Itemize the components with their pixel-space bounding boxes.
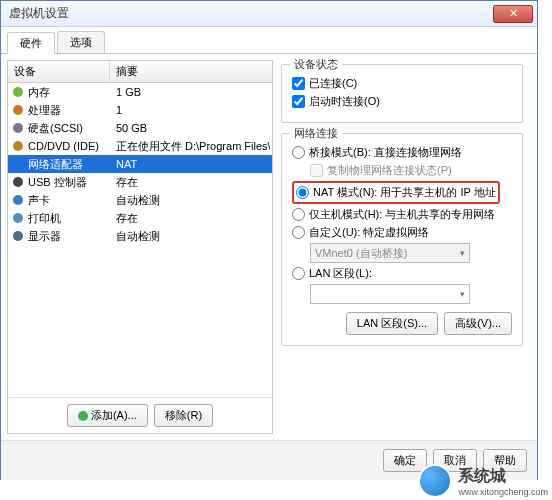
device-row[interactable]: USB 控制器存在 — [8, 173, 272, 191]
watermark-logo-icon — [418, 464, 452, 498]
connected-label: 已连接(C) — [309, 76, 357, 91]
window-title: 虚拟机设置 — [5, 5, 493, 22]
watermark: 系统城 www.xitongcheng.com — [418, 464, 548, 498]
device-row[interactable]: 打印机存在 — [8, 209, 272, 227]
prn-icon — [10, 210, 26, 226]
plus-icon — [78, 411, 88, 421]
tab-strip: 硬件 选项 — [1, 27, 537, 54]
device-row[interactable]: 网络适配器NAT — [8, 155, 272, 173]
remove-device-button[interactable]: 移除(R) — [154, 404, 213, 427]
connected-check[interactable]: 已连接(C) — [292, 76, 512, 91]
network-extra-buttons: LAN 区段(S)... 高级(V)... — [292, 312, 512, 335]
hostonly-radio-line[interactable]: 仅主机模式(H): 与主机共享的专用网络 — [292, 207, 512, 222]
device-status-group: 设备状态 已连接(C) 启动时连接(O) — [281, 64, 523, 123]
connected-checkbox[interactable] — [292, 77, 305, 90]
col-device[interactable]: 设备 — [8, 61, 110, 82]
network-connection-title: 网络连接 — [290, 126, 342, 141]
custom-network-combo: VMnet0 (自动桥接)▾ — [310, 243, 470, 263]
cpu-icon — [10, 102, 26, 118]
device-name: 处理器 — [28, 103, 112, 118]
mem-icon — [10, 84, 26, 100]
connect-on-power-check[interactable]: 启动时连接(O) — [292, 94, 512, 109]
lan-radio-line[interactable]: LAN 区段(L): — [292, 266, 512, 281]
device-summary: NAT — [112, 158, 270, 170]
device-row[interactable]: CD/DVD (IDE)正在使用文件 D:\Program Files\VM..… — [8, 137, 272, 155]
device-name: 显示器 — [28, 229, 112, 244]
device-summary: 正在使用文件 D:\Program Files\VM... — [112, 139, 270, 154]
device-row[interactable]: 声卡自动检测 — [8, 191, 272, 209]
nat-label: NAT 模式(N): 用于共享主机的 IP 地址 — [313, 185, 496, 200]
device-row[interactable]: 内存1 GB — [8, 83, 272, 101]
device-summary: 50 GB — [112, 122, 270, 134]
hostonly-label: 仅主机模式(H): 与主机共享的专用网络 — [309, 207, 495, 222]
bridged-radio-line[interactable]: 桥接模式(B): 直接连接物理网络 — [292, 145, 512, 160]
device-name: 打印机 — [28, 211, 112, 226]
device-name: USB 控制器 — [28, 175, 112, 190]
cd-icon — [10, 138, 26, 154]
device-name: 内存 — [28, 85, 112, 100]
mon-icon — [10, 228, 26, 244]
device-summary: 存在 — [112, 175, 270, 190]
device-summary: 1 GB — [112, 86, 270, 98]
device-row[interactable]: 硬盘(SCSI)50 GB — [8, 119, 272, 137]
usb-icon — [10, 174, 26, 190]
close-button[interactable]: ✕ — [493, 5, 533, 23]
watermark-url: www.xitongcheng.com — [458, 487, 548, 497]
nat-radio-line[interactable]: NAT 模式(N): 用于共享主机的 IP 地址 — [296, 185, 496, 200]
custom-radio[interactable] — [292, 226, 305, 239]
device-name: 网络适配器 — [28, 157, 112, 172]
device-buttons: 添加(A)... 移除(R) — [8, 397, 272, 433]
replicate-checkbox — [310, 164, 323, 177]
device-row[interactable]: 处理器1 — [8, 101, 272, 119]
device-row[interactable]: 显示器自动检测 — [8, 227, 272, 245]
advanced-button[interactable]: 高级(V)... — [444, 312, 512, 335]
titlebar: 虚拟机设置 ✕ — [1, 1, 537, 27]
chevron-down-icon: ▾ — [460, 289, 465, 299]
connect-on-power-label: 启动时连接(O) — [309, 94, 380, 109]
chevron-down-icon: ▾ — [460, 248, 465, 258]
snd-icon — [10, 192, 26, 208]
tab-options[interactable]: 选项 — [57, 31, 105, 53]
connect-on-power-checkbox[interactable] — [292, 95, 305, 108]
lan-label: LAN 区段(L): — [309, 266, 372, 281]
device-name: CD/DVD (IDE) — [28, 140, 112, 152]
nat-highlight: NAT 模式(N): 用于共享主机的 IP 地址 — [292, 181, 500, 204]
device-status-title: 设备状态 — [290, 57, 342, 72]
custom-label: 自定义(U): 特定虚拟网络 — [309, 225, 429, 240]
device-list-header: 设备 摘要 — [8, 61, 272, 83]
dialog-body: 设备 摘要 内存1 GB处理器1硬盘(SCSI)50 GBCD/DVD (IDE… — [1, 54, 537, 440]
watermark-text: 系统城 www.xitongcheng.com — [458, 466, 548, 497]
bridged-radio[interactable] — [292, 146, 305, 159]
tab-hardware[interactable]: 硬件 — [7, 32, 55, 54]
custom-network-value: VMnet0 (自动桥接) — [315, 246, 407, 261]
device-summary: 存在 — [112, 211, 270, 226]
watermark-brand: 系统城 — [458, 467, 506, 484]
lan-segments-button[interactable]: LAN 区段(S)... — [346, 312, 438, 335]
lan-radio[interactable] — [292, 267, 305, 280]
device-list[interactable]: 内存1 GB处理器1硬盘(SCSI)50 GBCD/DVD (IDE)正在使用文… — [8, 83, 272, 397]
disk-icon — [10, 120, 26, 136]
device-name: 声卡 — [28, 193, 112, 208]
replicate-label: 复制物理网络连接状态(P) — [327, 163, 452, 178]
replicate-check-line: 复制物理网络连接状态(P) — [310, 163, 512, 178]
custom-radio-line[interactable]: 自定义(U): 特定虚拟网络 — [292, 225, 512, 240]
nat-radio[interactable] — [296, 186, 309, 199]
device-name: 硬盘(SCSI) — [28, 121, 112, 136]
device-summary: 自动检测 — [112, 229, 270, 244]
device-panel: 设备 摘要 内存1 GB处理器1硬盘(SCSI)50 GBCD/DVD (IDE… — [7, 60, 273, 434]
add-label: 添加(A)... — [91, 408, 137, 423]
bridged-label: 桥接模式(B): 直接连接物理网络 — [309, 145, 462, 160]
settings-panel: 设备状态 已连接(C) 启动时连接(O) 网络连接 桥接模式(B): 直接连接物… — [273, 60, 531, 434]
network-connection-group: 网络连接 桥接模式(B): 直接连接物理网络 复制物理网络连接状态(P) NAT… — [281, 133, 523, 346]
col-summary[interactable]: 摘要 — [110, 61, 272, 82]
net-icon — [10, 156, 26, 172]
hostonly-radio[interactable] — [292, 208, 305, 221]
lan-segment-combo: ▾ — [310, 284, 470, 304]
device-summary: 1 — [112, 104, 270, 116]
add-device-button[interactable]: 添加(A)... — [67, 404, 148, 427]
device-summary: 自动检测 — [112, 193, 270, 208]
vm-settings-window: 虚拟机设置 ✕ 硬件 选项 设备 摘要 内存1 GB处理器1硬盘(SCSI)50… — [0, 0, 538, 480]
